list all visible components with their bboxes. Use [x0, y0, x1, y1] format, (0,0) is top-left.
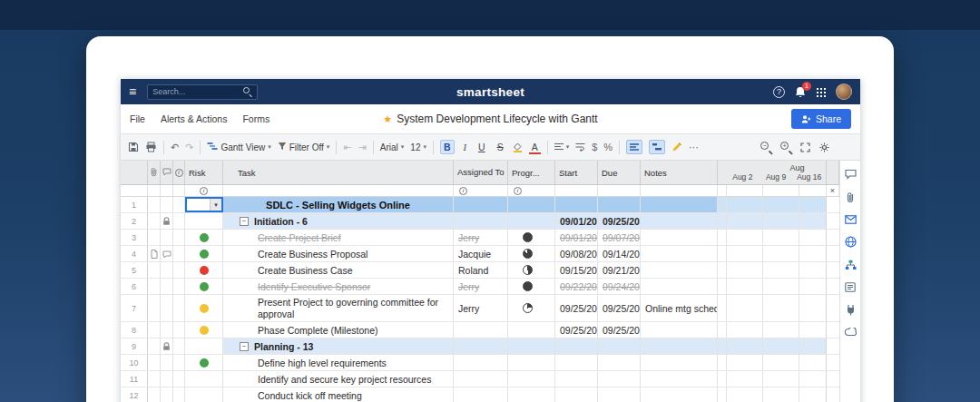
row-indicator-cell[interactable] — [161, 197, 173, 212]
start-cell[interactable]: 09/25/20 — [555, 295, 598, 321]
row-number-cell[interactable]: 3 — [121, 230, 148, 245]
row-info-cell[interactable] — [173, 371, 185, 387]
text-color-button[interactable]: A — [529, 141, 541, 154]
progress-cell[interactable] — [508, 338, 555, 354]
row-info-cell[interactable] — [173, 230, 185, 245]
progress-cell[interactable] — [508, 279, 555, 294]
row-indicator-cell[interactable] — [161, 262, 173, 278]
start-cell[interactable] — [555, 371, 598, 387]
save-icon[interactable] — [128, 142, 139, 152]
row-info-cell[interactable] — [173, 279, 185, 294]
due-cell[interactable]: 09/25/20 — [598, 213, 641, 229]
search-input[interactable] — [152, 87, 243, 96]
row-attachment-cell[interactable] — [148, 279, 161, 294]
row-attachment-cell[interactable] — [148, 197, 161, 212]
row-number-cell[interactable]: 8 — [121, 322, 148, 338]
row-indicator-cell[interactable] — [161, 371, 173, 387]
outdent-icon[interactable]: ⇤ — [343, 142, 351, 153]
menu-alerts-actions[interactable]: Alerts & Actions — [161, 113, 228, 124]
task-cell[interactable]: −Planning - 13 — [223, 338, 454, 354]
risk-cell[interactable] — [185, 295, 223, 321]
comment-icon[interactable] — [162, 246, 172, 261]
start-cell[interactable]: 09/01/20 — [555, 230, 598, 245]
row-info-cell[interactable] — [173, 295, 185, 321]
strikethrough-button[interactable]: S — [495, 141, 506, 153]
row-attachment-cell[interactable] — [148, 355, 161, 370]
row-indicator-cell[interactable] — [161, 246, 173, 261]
align-selector[interactable]: ▾ — [554, 142, 570, 152]
task-cell[interactable]: SDLC - Selling Widgets Online — [223, 197, 454, 212]
row-info-cell[interactable] — [173, 387, 185, 402]
row-number-cell[interactable]: 11 — [121, 371, 148, 387]
progress-cell[interactable] — [508, 197, 555, 212]
row-attachment-cell[interactable] — [148, 213, 161, 229]
gantt-timeline-header[interactable]: Aug Aug 2 Aug 9 Aug 16 — [718, 161, 827, 184]
start-cell[interactable] — [555, 387, 598, 402]
underline-button[interactable]: U — [475, 141, 488, 153]
risk-cell[interactable]: ▾ — [185, 197, 223, 212]
more-tools-icon[interactable]: ⋯ — [689, 142, 699, 153]
due-cell[interactable]: 09/25/20 — [598, 322, 641, 338]
publish-icon[interactable] — [845, 236, 857, 248]
row-info-cell[interactable] — [173, 246, 185, 261]
info-icon[interactable]: i — [200, 187, 208, 195]
row-number-cell[interactable]: 9 — [121, 338, 148, 354]
start-cell[interactable]: 09/01/20 — [555, 213, 598, 229]
settings-gear-icon[interactable] — [819, 142, 829, 152]
attachment-column-header[interactable] — [148, 161, 161, 184]
notes-cell[interactable] — [641, 338, 718, 354]
gantt-cell[interactable] — [718, 355, 827, 370]
row-attachment-cell[interactable] — [148, 262, 161, 278]
italic-button[interactable]: I — [461, 142, 470, 153]
progress-cell[interactable] — [508, 213, 555, 229]
gantt-cell[interactable] — [718, 338, 827, 354]
task-cell[interactable]: Create Business Proposal — [223, 246, 454, 261]
assigned-column-header[interactable]: Assigned To — [454, 161, 508, 184]
risk-cell[interactable] — [185, 279, 223, 294]
notes-cell[interactable] — [641, 262, 718, 278]
gantt-settings-toggle[interactable] — [649, 140, 665, 154]
row-hierarchy-toggle[interactable] — [626, 140, 642, 154]
task-cell[interactable]: Present Project to governing committee f… — [223, 295, 454, 321]
gantt-cell[interactable] — [718, 371, 827, 387]
due-cell[interactable]: 09/07/20 — [598, 230, 641, 245]
row-attachment-cell[interactable] — [148, 322, 161, 338]
risk-cell[interactable] — [185, 230, 223, 245]
gantt-cell[interactable] — [718, 295, 827, 321]
row-number-cell[interactable]: 10 — [121, 355, 148, 370]
row-indicator-cell[interactable] — [161, 213, 173, 229]
info-icon[interactable]: i — [514, 187, 522, 195]
row-indicator-cell[interactable] — [161, 338, 173, 354]
progress-cell[interactable] — [508, 322, 555, 338]
font-selector[interactable]: Arial▾ — [380, 142, 405, 152]
info-column-header[interactable]: i — [173, 161, 185, 184]
assigned-cell[interactable] — [454, 355, 508, 370]
row-number-cell[interactable]: 1 — [121, 197, 148, 212]
assigned-cell[interactable]: Roland — [454, 262, 508, 278]
risk-cell[interactable] — [185, 262, 223, 278]
gantt-cell[interactable] — [718, 197, 827, 212]
percent-icon[interactable]: % — [603, 142, 612, 152]
reports-icon[interactable] — [845, 260, 857, 270]
comments-icon[interactable] — [845, 169, 857, 180]
risk-cell[interactable] — [185, 322, 223, 338]
row-info-cell[interactable] — [173, 322, 185, 338]
progress-cell[interactable] — [508, 355, 555, 370]
menu-forms[interactable]: Forms — [242, 113, 270, 124]
row-attachment-cell[interactable] — [148, 371, 161, 387]
assigned-cell[interactable]: Jerry — [454, 279, 508, 294]
collapse-toggle[interactable]: − — [240, 217, 249, 226]
progress-cell[interactable] — [508, 295, 555, 321]
start-cell[interactable]: 09/08/20 — [555, 246, 598, 261]
hamburger-menu-icon[interactable]: ≡ — [129, 84, 136, 99]
notes-cell[interactable] — [641, 355, 718, 370]
row-indicator-cell[interactable] — [161, 322, 173, 338]
risk-cell[interactable] — [185, 213, 223, 229]
assigned-cell[interactable]: Jerry — [454, 295, 508, 321]
bold-button[interactable]: B — [440, 140, 455, 154]
notes-cell[interactable] — [641, 371, 718, 387]
start-cell[interactable]: 09/25/20 — [555, 322, 598, 338]
row-info-cell[interactable] — [173, 213, 185, 229]
row-indicator-cell[interactable] — [161, 279, 173, 294]
gantt-cell[interactable] — [718, 213, 827, 229]
